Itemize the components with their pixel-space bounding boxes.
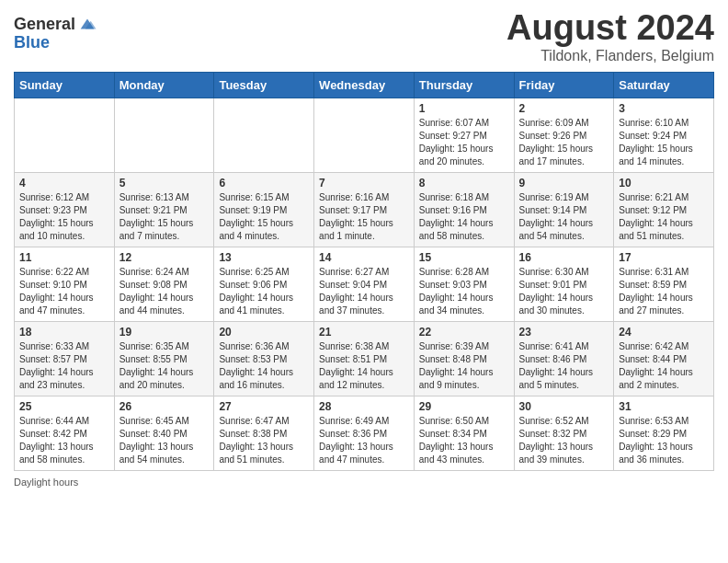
calendar-cell xyxy=(314,98,415,172)
day-info: Sunrise: 6:15 AM Sunset: 9:19 PM Dayligh… xyxy=(219,191,309,243)
calendar-cell: 15Sunrise: 6:28 AM Sunset: 9:03 PM Dayli… xyxy=(414,247,514,321)
weekday-header-sunday: Sunday xyxy=(15,72,115,98)
week-row-2: 4Sunrise: 6:12 AM Sunset: 9:23 PM Daylig… xyxy=(15,172,714,247)
day-number: 5 xyxy=(119,177,210,190)
day-info: Sunrise: 6:31 AM Sunset: 8:59 PM Dayligh… xyxy=(619,266,709,317)
day-number: 19 xyxy=(119,326,210,339)
calendar-cell: 2Sunrise: 6:09 AM Sunset: 9:26 PM Daylig… xyxy=(514,98,614,172)
day-number: 8 xyxy=(419,177,509,190)
calendar-cell: 25Sunrise: 6:44 AM Sunset: 8:42 PM Dayli… xyxy=(15,396,115,470)
calendar-cell: 11Sunrise: 6:22 AM Sunset: 9:10 PM Dayli… xyxy=(15,247,115,321)
calendar-cell: 17Sunrise: 6:31 AM Sunset: 8:59 PM Dayli… xyxy=(614,247,714,321)
calendar-cell: 30Sunrise: 6:52 AM Sunset: 8:32 PM Dayli… xyxy=(514,396,614,470)
day-number: 14 xyxy=(319,251,409,264)
day-number: 25 xyxy=(19,400,109,413)
day-number: 23 xyxy=(519,326,609,339)
day-number: 26 xyxy=(119,400,210,413)
calendar-cell xyxy=(15,98,115,172)
day-number: 31 xyxy=(619,400,709,413)
calendar-cell: 22Sunrise: 6:39 AM Sunset: 8:48 PM Dayli… xyxy=(414,321,514,396)
day-info: Sunrise: 6:16 AM Sunset: 9:17 PM Dayligh… xyxy=(319,191,409,243)
calendar-cell xyxy=(114,98,214,172)
calendar-cell: 7Sunrise: 6:16 AM Sunset: 9:17 PM Daylig… xyxy=(314,172,415,247)
weekday-header-wednesday: Wednesday xyxy=(314,72,415,98)
calendar-cell: 28Sunrise: 6:49 AM Sunset: 8:36 PM Dayli… xyxy=(314,396,415,470)
weekday-header-row: SundayMondayTuesdayWednesdayThursdayFrid… xyxy=(15,72,714,98)
day-number: 4 xyxy=(19,177,109,190)
calendar-table: SundayMondayTuesdayWednesdayThursdayFrid… xyxy=(14,72,714,471)
calendar-cell: 27Sunrise: 6:47 AM Sunset: 8:38 PM Dayli… xyxy=(214,396,314,470)
day-number: 16 xyxy=(519,251,609,264)
day-number: 10 xyxy=(619,177,709,190)
day-info: Sunrise: 6:33 AM Sunset: 8:57 PM Dayligh… xyxy=(19,340,109,392)
day-info: Sunrise: 6:24 AM Sunset: 9:08 PM Dayligh… xyxy=(119,266,210,317)
day-info: Sunrise: 6:25 AM Sunset: 9:06 PM Dayligh… xyxy=(219,266,309,317)
day-info: Sunrise: 6:27 AM Sunset: 9:04 PM Dayligh… xyxy=(319,266,409,317)
calendar-cell: 19Sunrise: 6:35 AM Sunset: 8:55 PM Dayli… xyxy=(114,321,214,396)
calendar-cell: 16Sunrise: 6:30 AM Sunset: 9:01 PM Dayli… xyxy=(514,247,614,321)
day-info: Sunrise: 6:22 AM Sunset: 9:10 PM Dayligh… xyxy=(19,266,109,317)
day-info: Sunrise: 6:42 AM Sunset: 8:44 PM Dayligh… xyxy=(619,340,709,392)
day-number: 30 xyxy=(519,400,609,413)
day-info: Sunrise: 6:07 AM Sunset: 9:27 PM Dayligh… xyxy=(419,117,509,168)
calendar-cell: 8Sunrise: 6:18 AM Sunset: 9:16 PM Daylig… xyxy=(414,172,514,247)
calendar-cell xyxy=(214,98,314,172)
week-row-5: 25Sunrise: 6:44 AM Sunset: 8:42 PM Dayli… xyxy=(15,396,714,470)
calendar-cell: 14Sunrise: 6:27 AM Sunset: 9:04 PM Dayli… xyxy=(314,247,415,321)
calendar-cell: 1Sunrise: 6:07 AM Sunset: 9:27 PM Daylig… xyxy=(414,98,514,172)
day-number: 17 xyxy=(619,251,709,264)
day-number: 3 xyxy=(619,102,709,115)
day-info: Sunrise: 6:18 AM Sunset: 9:16 PM Dayligh… xyxy=(419,191,509,243)
calendar-cell: 12Sunrise: 6:24 AM Sunset: 9:08 PM Dayli… xyxy=(114,247,214,321)
title-section: August 2024 Tildonk, Flanders, Belgium xyxy=(506,9,714,64)
day-number: 18 xyxy=(19,326,109,339)
day-number: 13 xyxy=(219,251,309,264)
weekday-header-saturday: Saturday xyxy=(614,72,714,98)
logo-icon xyxy=(77,14,97,34)
logo-general: General xyxy=(14,16,75,32)
day-info: Sunrise: 6:52 AM Sunset: 8:32 PM Dayligh… xyxy=(519,415,609,466)
calendar-cell: 5Sunrise: 6:13 AM Sunset: 9:21 PM Daylig… xyxy=(114,172,214,247)
day-info: Sunrise: 6:47 AM Sunset: 8:38 PM Dayligh… xyxy=(219,415,309,466)
calendar-cell: 31Sunrise: 6:53 AM Sunset: 8:29 PM Dayli… xyxy=(614,396,714,470)
day-info: Sunrise: 6:53 AM Sunset: 8:29 PM Dayligh… xyxy=(619,415,709,466)
day-number: 24 xyxy=(619,326,709,339)
day-info: Sunrise: 6:12 AM Sunset: 9:23 PM Dayligh… xyxy=(19,191,109,243)
day-number: 9 xyxy=(519,177,609,190)
day-info: Sunrise: 6:38 AM Sunset: 8:51 PM Dayligh… xyxy=(319,340,409,392)
day-number: 21 xyxy=(319,326,409,339)
calendar-cell: 3Sunrise: 6:10 AM Sunset: 9:24 PM Daylig… xyxy=(614,98,714,172)
weekday-header-monday: Monday xyxy=(114,72,214,98)
weekday-header-tuesday: Tuesday xyxy=(214,72,314,98)
day-number: 7 xyxy=(319,177,409,190)
day-number: 12 xyxy=(119,251,210,264)
calendar-cell: 6Sunrise: 6:15 AM Sunset: 9:19 PM Daylig… xyxy=(214,172,314,247)
logo-blue: Blue xyxy=(14,33,50,52)
week-row-3: 11Sunrise: 6:22 AM Sunset: 9:10 PM Dayli… xyxy=(15,247,714,321)
calendar-cell: 20Sunrise: 6:36 AM Sunset: 8:53 PM Dayli… xyxy=(214,321,314,396)
calendar-cell: 18Sunrise: 6:33 AM Sunset: 8:57 PM Dayli… xyxy=(15,321,115,396)
day-info: Sunrise: 6:28 AM Sunset: 9:03 PM Dayligh… xyxy=(419,266,509,317)
logo: General Blue xyxy=(14,14,97,52)
day-info: Sunrise: 6:41 AM Sunset: 8:46 PM Dayligh… xyxy=(519,340,609,392)
day-number: 2 xyxy=(519,102,609,115)
day-info: Sunrise: 6:45 AM Sunset: 8:40 PM Dayligh… xyxy=(119,415,210,466)
day-info: Sunrise: 6:21 AM Sunset: 9:12 PM Dayligh… xyxy=(619,191,709,243)
weekday-header-thursday: Thursday xyxy=(414,72,514,98)
page-header: General Blue August 2024 Tildonk, Flande… xyxy=(14,9,714,64)
day-number: 27 xyxy=(219,400,309,413)
day-number: 15 xyxy=(419,251,509,264)
day-number: 6 xyxy=(219,177,309,190)
day-info: Sunrise: 6:30 AM Sunset: 9:01 PM Dayligh… xyxy=(519,266,609,317)
day-number: 1 xyxy=(419,102,509,115)
week-row-1: 1Sunrise: 6:07 AM Sunset: 9:27 PM Daylig… xyxy=(15,98,714,172)
calendar-cell: 26Sunrise: 6:45 AM Sunset: 8:40 PM Dayli… xyxy=(114,396,214,470)
subtitle: Tildonk, Flanders, Belgium xyxy=(506,48,714,64)
calendar-cell: 23Sunrise: 6:41 AM Sunset: 8:46 PM Dayli… xyxy=(514,321,614,396)
day-number: 20 xyxy=(219,326,309,339)
day-number: 22 xyxy=(419,326,509,339)
day-info: Sunrise: 6:35 AM Sunset: 8:55 PM Dayligh… xyxy=(119,340,210,392)
footer-note: Daylight hours xyxy=(14,477,714,488)
day-number: 29 xyxy=(419,400,509,413)
day-number: 28 xyxy=(319,400,409,413)
